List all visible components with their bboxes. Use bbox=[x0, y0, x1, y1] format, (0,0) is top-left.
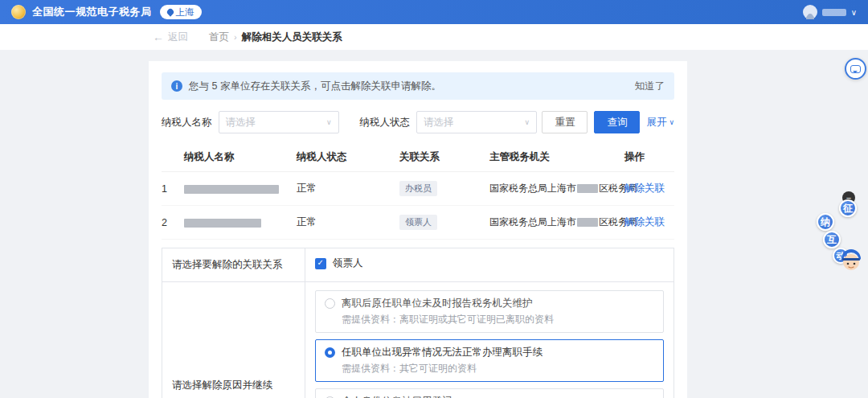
interaction-mascot-widget[interactable]: 征 纳 互 动 bbox=[813, 199, 863, 273]
back-button[interactable]: ← 返回 bbox=[153, 31, 188, 44]
national-emblem-icon bbox=[11, 5, 26, 19]
authority-text: 国家税务总局上海市 bbox=[489, 216, 576, 228]
info-icon: i bbox=[171, 80, 182, 92]
chevron-down-icon: ∨ bbox=[524, 118, 530, 126]
banner-dismiss-button[interactable]: 知道了 bbox=[635, 80, 665, 93]
filter-bar: 纳税人名称 请选择 ∨ 纳税人状态 请选择 ∨ 重置 查询 展开 ∨ bbox=[162, 111, 674, 133]
col-header-relation: 关联关系 bbox=[399, 150, 489, 164]
breadcrumb-bar: ← 返回 首页 › 解除相关人员关联关系 bbox=[0, 24, 868, 50]
reason-option[interactable]: 离职后原任职单位未及时报告税务机关维护 需提供资料：离职证明或其它可证明已离职的… bbox=[315, 290, 664, 333]
expand-label: 展开 bbox=[646, 116, 666, 129]
location-label: 上海 bbox=[176, 6, 194, 18]
back-label: 返回 bbox=[168, 31, 188, 44]
chevron-down-icon: ∨ bbox=[669, 118, 674, 126]
taxpayer-status: 正常 bbox=[297, 215, 399, 229]
breadcrumb-separator: › bbox=[234, 32, 237, 42]
relation-select-cell: 领票人 bbox=[305, 248, 674, 282]
reason-options-cell: 离职后原任职单位未及时报告税务机关维护 需提供资料：离职证明或其它可证明已离职的… bbox=[305, 282, 674, 398]
location-pin-icon bbox=[166, 7, 174, 16]
breadcrumb-home[interactable]: 首页 bbox=[209, 31, 229, 44]
expand-toggle[interactable]: 展开 ∨ bbox=[646, 116, 674, 129]
authority-text: 国家税务总局上海市 bbox=[489, 183, 576, 194]
user-avatar[interactable] bbox=[803, 5, 817, 19]
taxpayer-status: 正常 bbox=[297, 182, 399, 195]
relation-badge: 领票人 bbox=[399, 215, 437, 230]
chat-bubble-icon bbox=[850, 65, 861, 73]
taxpayer-status-select[interactable]: 请选择 ∨ bbox=[416, 111, 537, 133]
user-name-redacted bbox=[822, 9, 846, 16]
table-header-row: 纳税人名称 纳税人状态 关联关系 主管税务机关 操作 bbox=[162, 143, 674, 172]
mascot-char: 互 bbox=[823, 231, 841, 248]
reason-option-selected[interactable]: 任职单位出现异常情况无法正常办理离职手续 需提供资料：其它可证明的资料 bbox=[315, 339, 664, 382]
relation-badge: 办税员 bbox=[399, 181, 437, 196]
reason-desc: 需提供资料：其它可证明的资料 bbox=[342, 362, 654, 375]
table-row: 1 正常 办税员 国家税务总局上海市区税务局 解除关联 bbox=[162, 172, 674, 206]
site-title: 全国统一规范电子税务局 bbox=[32, 5, 152, 19]
breadcrumb: 首页 › 解除相关人员关联关系 bbox=[209, 31, 342, 44]
relation-checkbox-checked[interactable] bbox=[315, 258, 326, 269]
relations-table: 纳税人名称 纳税人状态 关联关系 主管税务机关 操作 1 正常 办税员 国家税务… bbox=[162, 143, 674, 240]
taxpayer-name-redacted bbox=[184, 185, 279, 194]
top-header-bar: 全国统一规范电子税务局 上海 ∨ bbox=[0, 0, 868, 24]
taxpayer-name-placeholder: 请选择 bbox=[226, 116, 256, 129]
chat-widget-button[interactable] bbox=[845, 58, 866, 80]
authority-redacted bbox=[577, 184, 598, 193]
taxpayer-name-redacted bbox=[184, 219, 261, 228]
remove-relation-link[interactable]: 解除关联 bbox=[624, 182, 674, 195]
radio-selected-icon[interactable] bbox=[325, 347, 335, 358]
table-row: 2 正常 领票人 国家税务总局上海市区税务局 解除关联 bbox=[162, 206, 674, 240]
col-header-authority: 主管税务机关 bbox=[489, 150, 624, 164]
info-banner-text: 您与 5 家单位存在关联关系，可点击解除关联申请解除。 bbox=[189, 80, 441, 93]
info-banner: i 您与 5 家单位存在关联关系，可点击解除关联申请解除。 知道了 bbox=[162, 72, 674, 100]
relation-select-label: 请选择要解除的关联关系 bbox=[162, 248, 305, 282]
authority-redacted bbox=[577, 218, 598, 227]
col-header-status: 纳税人状态 bbox=[297, 150, 399, 164]
user-menu-caret-icon[interactable]: ∨ bbox=[851, 8, 857, 17]
mascot-char: 纳 bbox=[817, 213, 834, 231]
taxpayer-name-label: 纳税人名称 bbox=[162, 116, 212, 129]
search-button[interactable]: 查询 bbox=[594, 111, 640, 133]
location-selector[interactable]: 上海 bbox=[160, 5, 202, 19]
relation-checkbox-label: 领票人 bbox=[333, 256, 363, 270]
reason-title: 任职单位出现异常情况无法正常办理离职手续 bbox=[342, 346, 542, 359]
taxpayer-status-label: 纳税人状态 bbox=[360, 116, 411, 129]
col-header-name: 纳税人名称 bbox=[184, 150, 297, 164]
row-index: 2 bbox=[162, 217, 184, 228]
reason-title: 离职后原任职单位未及时报告税务机关维护 bbox=[342, 297, 533, 310]
reason-select-label: 请选择解除原因并继续 bbox=[162, 282, 305, 398]
col-header-action: 操作 bbox=[624, 150, 674, 164]
reset-button[interactable]: 重置 bbox=[542, 111, 588, 133]
page-title: 解除相关人员关联关系 bbox=[242, 31, 342, 44]
mascot-char: 征 bbox=[839, 199, 857, 217]
reason-title: 个人身份信息被冒用登记 bbox=[342, 395, 452, 398]
chevron-down-icon: ∨ bbox=[326, 118, 332, 126]
reason-desc: 需提供资料：离职证明或其它可证明已离职的资料 bbox=[342, 313, 654, 326]
main-panel: i 您与 5 家单位存在关联关系，可点击解除关联申请解除。 知道了 纳税人名称 … bbox=[149, 61, 687, 398]
radio-unselected-icon[interactable] bbox=[325, 298, 335, 309]
taxpayer-name-select[interactable]: 请选择 ∨ bbox=[219, 111, 339, 133]
remove-relation-link[interactable]: 解除关联 bbox=[624, 215, 674, 229]
reason-option[interactable]: 个人身份信息被冒用登记 需提供资料：公安机关接报案回执或其它可证明被冒用的资料 bbox=[315, 388, 664, 398]
taxpayer-status-placeholder: 请选择 bbox=[424, 116, 454, 129]
remove-relation-form: 请选择要解除的关联关系 领票人 请选择解除原因并继续 离职后原任职单位未及时报告… bbox=[162, 248, 674, 398]
back-arrow-icon: ← bbox=[153, 31, 164, 43]
mascot-face-icon bbox=[839, 248, 863, 273]
row-index: 1 bbox=[162, 183, 184, 195]
